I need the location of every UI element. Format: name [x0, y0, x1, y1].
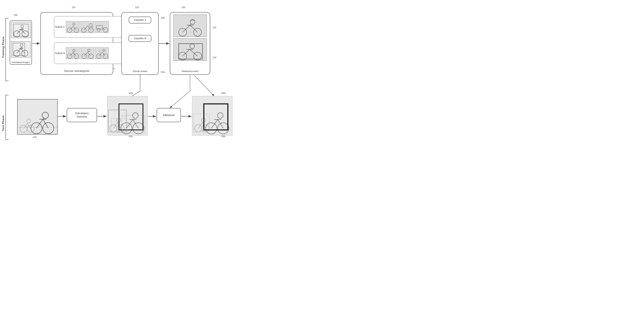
- test-phase-label: Test Phase: [2, 115, 5, 131]
- subcatN-img1: [66, 47, 80, 59]
- subcatN-img3: [95, 47, 109, 59]
- annotated-images-label: Annotated Images: [12, 61, 30, 64]
- annotated-images-box: Annotated Images: [10, 20, 32, 65]
- svg-rect-70: [81, 48, 94, 59]
- subcat-models-label: Subcat models: [132, 70, 147, 72]
- subcatN-label: Subcat N: [55, 52, 65, 55]
- svg-rect-58: [95, 21, 108, 33]
- svg-rect-100: [18, 100, 57, 134]
- ref-110: 110: [72, 6, 76, 9]
- ref-132: 132: [213, 26, 216, 29]
- discover-subcategories-box: Subcat 1: [40, 12, 113, 75]
- ref-100: 100: [14, 14, 18, 16]
- detection-result-box: [107, 96, 148, 136]
- annotated-img-1: [11, 22, 30, 38]
- svg-rect-77: [95, 48, 108, 59]
- subcat-models-box: Classifier 1 · · · Classifier N Subcat m…: [121, 12, 159, 75]
- inference-box: Inference: [157, 108, 181, 122]
- svg-rect-51: [81, 21, 94, 33]
- relational-model-box: Relational model: [170, 12, 210, 75]
- inference-label: Inference: [163, 114, 175, 117]
- ref-140: 140: [33, 136, 36, 138]
- svg-line-24: [194, 75, 214, 96]
- relational-model-label: Relational model: [182, 70, 198, 72]
- classifier1-box: Classifier 1: [129, 17, 151, 24]
- subcat1-label: Subcat 1: [55, 26, 65, 28]
- ref-120: 120: [135, 6, 139, 9]
- training-phase-label: Training Phase: [2, 37, 5, 58]
- annotated-img-2: [11, 41, 30, 58]
- ref-130: 130: [182, 6, 185, 9]
- test-input-box: [17, 99, 58, 135]
- relational-img-134: [174, 39, 207, 61]
- final-result-box: [192, 96, 232, 136]
- svg-rect-63: [66, 48, 80, 59]
- ref-1201: 120₁: [161, 17, 165, 19]
- subcategory-detection-box: SubcategoryDetection: [67, 108, 97, 122]
- ref-1602: 160₂: [221, 92, 226, 95]
- classifierN-box: Classifier N: [128, 35, 152, 42]
- subcategory-detection-label: SubcategoryDetection: [75, 112, 88, 119]
- subcat1-img1: [66, 21, 80, 33]
- subcatN-img2: [80, 47, 94, 59]
- discover-label: Discover subcategories: [41, 70, 113, 72]
- ref-1502: 150₂: [128, 92, 133, 95]
- ref-134: 134: [213, 56, 216, 59]
- svg-rect-45: [66, 21, 80, 33]
- svg-line-23: [170, 91, 190, 108]
- subcat1-img2: [80, 21, 94, 33]
- classifier-dots: · · ·: [136, 25, 144, 29]
- ref-120N: 120ₙ: [161, 71, 165, 73]
- subcat1-img3: [95, 21, 109, 33]
- relational-img-132: [174, 15, 207, 37]
- diagram: Training Phase Test Phase 100 110 110₁ 1…: [0, 0, 322, 160]
